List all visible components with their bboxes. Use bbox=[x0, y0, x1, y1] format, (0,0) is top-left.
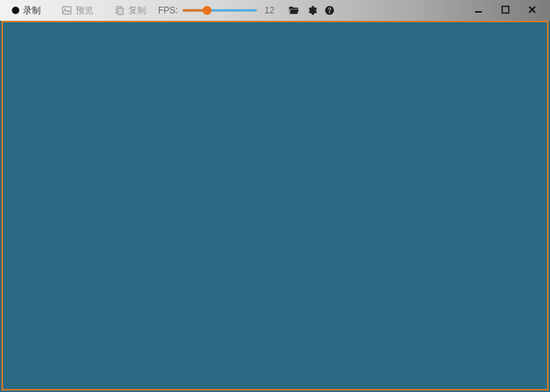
minimize-icon bbox=[474, 5, 483, 16]
folder-open-icon bbox=[288, 4, 300, 16]
svg-rect-3 bbox=[118, 8, 123, 15]
record-button[interactable]: 录制 bbox=[7, 1, 45, 19]
image-icon bbox=[62, 5, 72, 16]
svg-rect-0 bbox=[62, 7, 71, 14]
record-label: 录制 bbox=[23, 6, 41, 15]
settings-button[interactable] bbox=[303, 1, 321, 19]
open-folder-button[interactable] bbox=[285, 1, 303, 19]
preview-button[interactable]: 预览 bbox=[57, 1, 98, 19]
close-button[interactable] bbox=[519, 0, 546, 21]
fps-group: FPS: 12 bbox=[158, 5, 275, 16]
svg-rect-7 bbox=[502, 6, 509, 13]
slider-thumb[interactable] bbox=[203, 6, 212, 15]
fps-value: 12 bbox=[261, 5, 275, 16]
copy-icon bbox=[114, 5, 125, 16]
maximize-button[interactable] bbox=[492, 0, 519, 21]
gear-icon bbox=[306, 4, 318, 16]
window-controls bbox=[465, 0, 546, 21]
svg-point-5 bbox=[329, 12, 330, 13]
app-window: 录制 预览 复制 FPS: bbox=[0, 0, 550, 392]
capture-canvas[interactable] bbox=[1, 21, 549, 391]
minimize-button[interactable] bbox=[465, 0, 492, 21]
fps-slider[interactable] bbox=[183, 5, 257, 16]
help-button[interactable] bbox=[321, 1, 338, 19]
close-icon bbox=[528, 5, 537, 16]
copy-label: 复制 bbox=[128, 6, 146, 15]
help-icon bbox=[324, 4, 335, 16]
maximize-icon bbox=[501, 5, 510, 16]
titlebar: 录制 预览 复制 FPS: bbox=[0, 0, 550, 21]
copy-button[interactable]: 复制 bbox=[110, 1, 151, 19]
record-icon bbox=[12, 7, 19, 14]
fps-label: FPS: bbox=[158, 5, 178, 16]
preview-label: 预览 bbox=[76, 6, 94, 15]
svg-rect-6 bbox=[475, 11, 482, 13]
